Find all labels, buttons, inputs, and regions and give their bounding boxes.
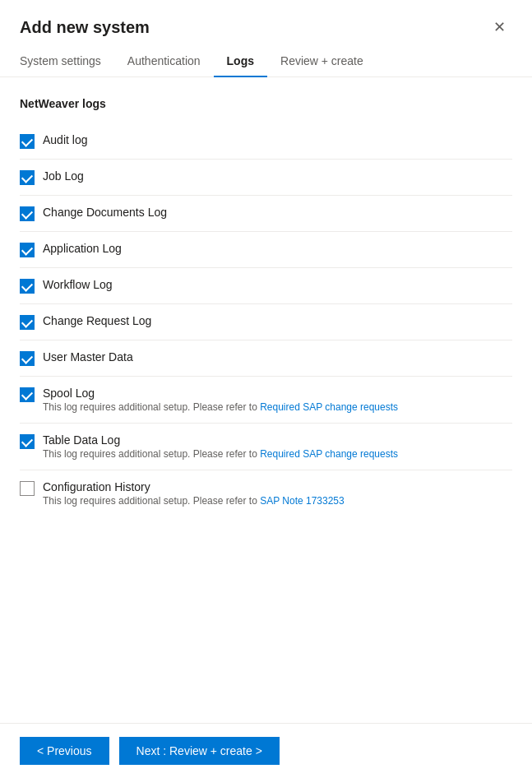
log-link-configuration-history[interactable]: SAP Note 1733253 [260, 495, 345, 507]
log-link-table-data-log[interactable]: Required SAP change requests [260, 448, 398, 460]
checkbox-wrapper-change-documents-log [20, 206, 35, 221]
tab-authentication[interactable]: Authentication [114, 46, 214, 77]
checkbox-wrapper-configuration-history [20, 481, 35, 496]
tab-review-create[interactable]: Review + create [267, 46, 377, 77]
log-link-spool-log[interactable]: Required SAP change requests [260, 401, 398, 413]
checkbox-spool-log[interactable] [20, 387, 35, 402]
checkbox-table-data-log[interactable] [20, 434, 35, 449]
tab-logs[interactable]: Logs [214, 46, 267, 77]
section-title: NetWeaver logs [20, 97, 512, 110]
log-label-job-log: Job Log [43, 169, 84, 183]
log-label-change-request-log: Change Request Log [43, 314, 151, 327]
label-block-change-documents-log: Change Documents Log [43, 206, 167, 219]
log-label-application-log: Application Log [43, 242, 122, 255]
checkbox-user-master-data[interactable] [20, 351, 35, 366]
label-block-job-log: Job Log [43, 169, 84, 183]
log-items-list: Audit logJob LogChange Documents LogAppl… [20, 123, 512, 516]
log-label-configuration-history: Configuration History [43, 480, 345, 493]
log-label-audit-log: Audit log [43, 133, 87, 146]
content-area: NetWeaver logs Audit logJob LogChange Do… [0, 77, 532, 723]
checkbox-job-log[interactable] [20, 170, 35, 185]
checkbox-change-request-log[interactable] [20, 315, 35, 330]
log-label-workflow-log: Workflow Log [43, 278, 113, 291]
next-button[interactable]: Next : Review + create > [119, 737, 280, 765]
checkbox-audit-log[interactable] [20, 134, 35, 149]
tab-bar: System settings Authentication Logs Revi… [0, 46, 532, 77]
log-item-audit-log: Audit log [20, 123, 512, 160]
log-description-configuration-history: This log requires additional setup. Plea… [43, 495, 345, 507]
log-label-user-master-data: User Master Data [43, 350, 133, 364]
log-item-change-documents-log: Change Documents Log [20, 196, 512, 232]
add-new-system-dialog: Add new system ✕ System settings Authent… [0, 0, 532, 778]
previous-button[interactable]: < Previous [20, 737, 109, 765]
checkbox-wrapper-job-log [20, 170, 35, 185]
label-block-change-request-log: Change Request Log [43, 314, 151, 327]
dialog-header: Add new system ✕ [0, 0, 532, 46]
log-item-workflow-log: Workflow Log [20, 268, 512, 304]
log-item-table-data-log: Table Data LogThis log requires addition… [20, 424, 512, 470]
tab-system-settings[interactable]: System settings [20, 46, 114, 77]
label-block-spool-log: Spool LogThis log requires additional se… [43, 387, 398, 413]
close-button[interactable]: ✕ [487, 16, 512, 38]
checkbox-configuration-history[interactable] [20, 481, 35, 496]
log-label-table-data-log: Table Data Log [43, 433, 398, 447]
checkbox-application-log[interactable] [20, 243, 35, 257]
log-item-configuration-history: Configuration HistoryThis log requires a… [20, 470, 512, 516]
log-label-change-documents-log: Change Documents Log [43, 206, 167, 219]
checkbox-wrapper-spool-log [20, 387, 35, 402]
checkbox-workflow-log[interactable] [20, 279, 35, 294]
checkbox-wrapper-audit-log [20, 134, 35, 149]
checkbox-wrapper-application-log [20, 243, 35, 257]
checkbox-wrapper-user-master-data [20, 351, 35, 366]
checkbox-wrapper-table-data-log [20, 434, 35, 449]
log-item-spool-log: Spool LogThis log requires additional se… [20, 377, 512, 424]
label-block-application-log: Application Log [43, 242, 122, 255]
log-item-user-master-data: User Master Data [20, 340, 512, 377]
log-item-change-request-log: Change Request Log [20, 304, 512, 340]
log-item-job-log: Job Log [20, 160, 512, 196]
footer: < Previous Next : Review + create > [0, 723, 532, 778]
log-description-table-data-log: This log requires additional setup. Plea… [43, 448, 398, 460]
label-block-workflow-log: Workflow Log [43, 278, 113, 291]
label-block-audit-log: Audit log [43, 133, 87, 146]
log-description-spool-log: This log requires additional setup. Plea… [43, 401, 398, 413]
checkbox-wrapper-workflow-log [20, 279, 35, 294]
dialog-title: Add new system [20, 18, 150, 37]
checkbox-change-documents-log[interactable] [20, 206, 35, 221]
label-block-user-master-data: User Master Data [43, 350, 133, 364]
log-item-application-log: Application Log [20, 232, 512, 268]
log-label-spool-log: Spool Log [43, 387, 398, 400]
checkbox-wrapper-change-request-log [20, 315, 35, 330]
label-block-table-data-log: Table Data LogThis log requires addition… [43, 433, 398, 460]
label-block-configuration-history: Configuration HistoryThis log requires a… [43, 480, 345, 507]
